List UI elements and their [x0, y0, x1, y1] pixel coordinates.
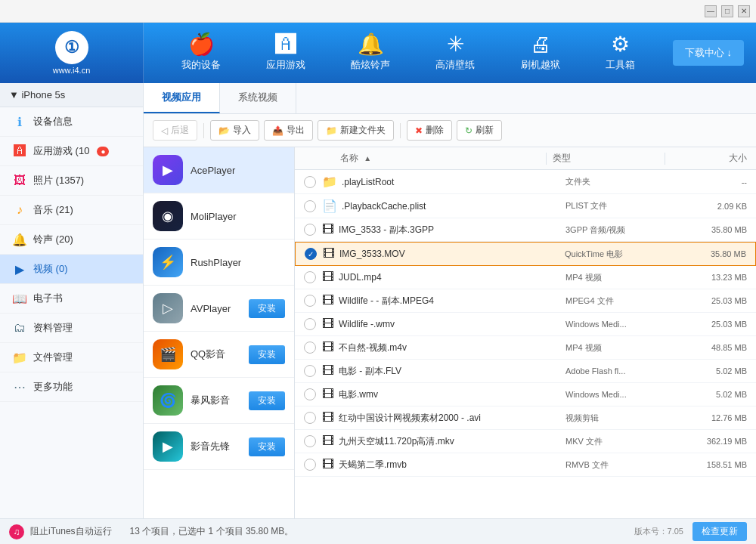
- delete-icon: ✖: [415, 125, 423, 136]
- file-checkbox[interactable]: [304, 318, 316, 330]
- nav-app-game[interactable]: 🅰 应用游戏: [254, 28, 318, 78]
- file-row[interactable]: 📄.PlaybackCache.plistPLIST 文件2.09 KB: [295, 194, 756, 218]
- itunes-icon: ♫: [9, 524, 24, 539]
- sidebar-item-more[interactable]: ⋯ 更多功能: [0, 372, 143, 402]
- tab-bar: 视频应用 系统视频: [144, 83, 756, 114]
- nav-ringtone[interactable]: 🔔 酷炫铃声: [339, 28, 402, 78]
- qqvideo-install-button[interactable]: 安装: [249, 345, 285, 364]
- file-checkbox[interactable]: [304, 224, 316, 236]
- file-checkbox[interactable]: [304, 365, 316, 377]
- delete-button[interactable]: ✖ 删除: [407, 120, 452, 141]
- app-item-storm[interactable]: 🌀 暴风影音 安装: [144, 378, 294, 424]
- file-row[interactable]: 🎞九州天空城11.720p高清.mkvMKV 文件362.19 MB: [295, 430, 756, 453]
- file-type-label: MKV 文件: [565, 436, 671, 447]
- app-item-moliplayer[interactable]: ◉ MoliPlayer: [144, 193, 294, 240]
- back-button[interactable]: ◁ 后退: [153, 120, 197, 141]
- file-checkbox[interactable]: [304, 271, 316, 283]
- avplayer-name: AVPlayer: [191, 303, 231, 314]
- sidebar-item-ebook[interactable]: 📖 电子书: [0, 284, 143, 314]
- download-center-button[interactable]: 下载中心 ↓: [673, 40, 744, 66]
- tab-video-app[interactable]: 视频应用: [144, 83, 220, 113]
- sidebar-item-more-label: 更多功能: [33, 380, 73, 394]
- sidebar-item-video[interactable]: ▶ 视频 (0): [0, 255, 143, 284]
- storm-install-button[interactable]: 安装: [249, 391, 285, 410]
- sort-arrow-icon: ▲: [364, 154, 371, 162]
- file-checkbox[interactable]: [304, 176, 316, 188]
- file-row[interactable]: 🎞JUDL.mp4MP4 视频13.23 MB: [295, 266, 756, 289]
- file-checkbox[interactable]: [304, 388, 316, 400]
- file-size-label: 5.02 MB: [671, 390, 747, 399]
- ringtone-icon: 🔔: [12, 232, 27, 247]
- refresh-button[interactable]: ↻ 刷新: [457, 120, 502, 141]
- file-type-icon: 🎞: [322, 270, 334, 284]
- check-update-button[interactable]: 检查更新: [692, 522, 747, 541]
- nav-wallpaper[interactable]: ✳ 高清壁纸: [423, 28, 487, 78]
- statusbar-summary: 13 个项目，已选中 1 个项目 35.80 MB。: [130, 525, 294, 538]
- nav-jailbreak[interactable]: 🖨 刷机越狱: [509, 28, 572, 78]
- panel-split: ▶ AcePlayer ◉ MoliPlayer ⚡ RushPlayer ▷ …: [144, 147, 756, 518]
- app-game-icon: 🅰: [12, 144, 27, 159]
- file-row[interactable]: 🎞不自然-视频.m4vMP4 视频48.85 MB: [295, 336, 756, 360]
- file-type-label: 视频剪辑: [565, 413, 671, 424]
- file-name: 不自然-视频.m4v: [339, 342, 565, 354]
- file-checkbox[interactable]: [304, 342, 316, 354]
- file-row[interactable]: 📁.playListRoot文件夹--: [295, 170, 756, 194]
- sidebar-item-music[interactable]: ♪ 音乐 (21): [0, 196, 143, 225]
- sidebar-item-music-label: 音乐 (21): [33, 203, 73, 217]
- app-item-yingyin[interactable]: ▶ 影音先锋 安装: [144, 424, 294, 470]
- avplayer-icon: ▷: [153, 293, 183, 323]
- file-type-label: QuickTime 电影: [565, 249, 671, 260]
- nav-toolbox[interactable]: ⚙ 工具箱: [593, 28, 647, 78]
- file-type-label: Adobe Flash fl...: [565, 366, 671, 376]
- moliplayer-icon: ◉: [153, 201, 183, 231]
- file-row[interactable]: 🎞电影.wmvWindows Medi...5.02 MB: [295, 383, 756, 406]
- avplayer-install-button[interactable]: 安装: [249, 299, 285, 318]
- sidebar-item-ringtone[interactable]: 🔔 铃声 (20): [0, 225, 143, 255]
- file-row[interactable]: 🎞Wildlife -.wmvWindows Medi...25.03 MB: [295, 313, 756, 336]
- file-row[interactable]: 🎞Wildlife - - 副本.MPEG4MPEG4 文件25.03 MB: [295, 289, 756, 313]
- file-type-icon: 📄: [322, 199, 337, 213]
- nav-app-game-label: 应用游戏: [266, 58, 305, 72]
- close-button[interactable]: ✕: [738, 5, 750, 17]
- app-item-rushplayer[interactable]: ⚡ RushPlayer: [144, 240, 294, 286]
- refresh-label: 刷新: [476, 124, 494, 137]
- col-header-type: 类型: [553, 152, 658, 165]
- export-icon: 📤: [272, 125, 284, 136]
- file-checkbox[interactable]: [304, 295, 316, 307]
- sidebar-item-file-manage[interactable]: 📁 文件管理: [0, 343, 143, 372]
- file-row[interactable]: 🎞IMG_3533 - 副本.3GPP3GPP 音频/视频35.80 MB: [295, 218, 756, 242]
- sidebar-item-data-manage[interactable]: 🗂 资料管理: [0, 314, 143, 343]
- file-checkbox[interactable]: [304, 200, 316, 212]
- file-checkbox[interactable]: [305, 248, 317, 260]
- file-checkbox[interactable]: [304, 459, 316, 471]
- app-item-qqvideo[interactable]: 🎬 QQ影音 安装: [144, 332, 294, 378]
- yingyin-install-button[interactable]: 安装: [249, 437, 285, 456]
- export-button[interactable]: 📤 导出: [264, 120, 313, 141]
- file-checkbox[interactable]: [304, 412, 316, 424]
- logo-icon: ①: [55, 31, 88, 64]
- import-icon: 📂: [218, 125, 230, 136]
- file-list: 📁.playListRoot文件夹--📄.PlaybackCache.plist…: [295, 170, 756, 518]
- sidebar-item-app-game[interactable]: 🅰 应用游戏 (10●: [0, 137, 143, 166]
- file-name: IMG_3533 - 副本.3GPP: [339, 224, 565, 236]
- itunes-label: 阻止iTunes自动运行: [30, 525, 112, 538]
- new-folder-button[interactable]: 📁 新建文件夹: [318, 120, 394, 141]
- app-item-avplayer[interactable]: ▷ AVPlayer 安装: [144, 286, 294, 332]
- tab-system-video[interactable]: 系统视频: [220, 83, 296, 113]
- import-button[interactable]: 📂 导入: [210, 120, 259, 141]
- qqvideo-name: QQ影音: [191, 348, 225, 361]
- back-arrow-icon: ◁: [161, 125, 168, 136]
- file-size-label: 48.85 MB: [671, 343, 747, 352]
- sidebar-item-device-info[interactable]: ℹ 设备信息: [0, 107, 143, 137]
- maximize-button[interactable]: □: [721, 5, 733, 17]
- file-row[interactable]: 🎞红动中国设计网视频素材2000 - .avi视频剪辑12.76 MB: [295, 406, 756, 430]
- file-row[interactable]: 🎞电影 - 副本.FLVAdobe Flash fl...5.02 MB: [295, 360, 756, 383]
- sidebar-item-photos[interactable]: 🖼 照片 (1357): [0, 166, 143, 196]
- file-checkbox[interactable]: [304, 435, 316, 447]
- app-item-aceplayer[interactable]: ▶ AcePlayer: [144, 147, 294, 193]
- file-row[interactable]: 🎞IMG_3533.MOVQuickTime 电影35.80 MB: [295, 242, 756, 266]
- statusbar-left: ♫ 阻止iTunes自动运行: [9, 524, 112, 539]
- file-row[interactable]: 🎞天蝎第二季.rmvbRMVB 文件158.51 MB: [295, 453, 756, 477]
- nav-my-device[interactable]: 🍎 我的设备: [169, 28, 233, 78]
- minimize-button[interactable]: —: [705, 5, 717, 17]
